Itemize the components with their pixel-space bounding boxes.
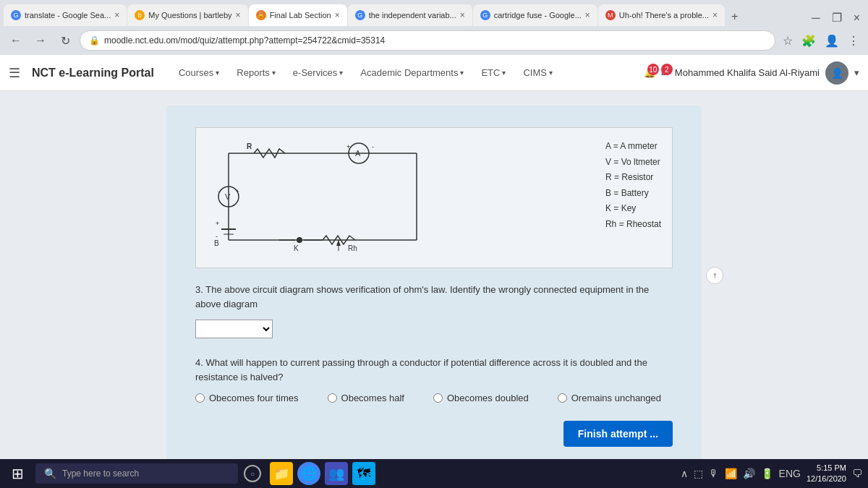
option-four-times[interactable]: Obecomes four times (195, 393, 299, 403)
taskbar-apps: 📁 🌐 👥 🗺 (270, 462, 375, 485)
cims-dropdown-icon: ▾ (549, 69, 553, 77)
menu-icon[interactable]: ⋮ (845, 31, 862, 51)
window-controls: ─ ❐ × (807, 9, 864, 26)
nav-courses[interactable]: Courses ▾ (171, 63, 226, 82)
taskbar-app-teams[interactable]: 👥 (325, 462, 348, 485)
taskbar-search-icon: 🔍 (44, 468, 56, 479)
legend-V: V = Vo ltmeter (605, 155, 661, 171)
tab-independent[interactable]: G the independent variab... × (348, 4, 472, 26)
radio-four-times[interactable] (195, 393, 205, 403)
tab-final-lab[interactable]: 🔒 Final Lab Section × (249, 4, 347, 26)
svg-text:+: + (216, 220, 219, 227)
taskbar-datetime[interactable]: 5:15 PM 12/16/2020 (807, 463, 846, 485)
tray-expand-icon[interactable]: ∧ (681, 468, 688, 479)
nav-cims[interactable]: CIMS ▾ (516, 63, 560, 82)
nav-reports[interactable]: Reports ▾ (229, 63, 283, 82)
system-tray-icons: ∧ ⬚ 🎙 📶 🔊 🔋 ENG (681, 468, 801, 479)
svg-text:+: + (236, 188, 239, 194)
taskbar-date-display: 12/16/2020 (807, 474, 846, 484)
radio-unchanged[interactable] (558, 393, 567, 403)
tab-title: My Questions | bartleby (148, 11, 231, 20)
extensions-icon[interactable]: 🧩 (799, 31, 819, 51)
taskbar-time-display: 5:15 PM (807, 463, 846, 474)
notification-bell[interactable]: 🔔 10 (644, 67, 655, 78)
scroll-up-button[interactable]: ↑ (706, 267, 723, 284)
hamburger-menu-icon[interactable]: ☰ (9, 65, 20, 81)
reload-button[interactable]: ↻ (55, 30, 75, 51)
option-half[interactable]: Obecomes half (328, 393, 404, 403)
tab-bartleby[interactable]: b My Questions | bartleby × (127, 4, 247, 26)
nav-right: 🔔 10 ✉ 2 Mohammed Khalifa Said Al-Riyami… (644, 61, 859, 85)
legend-A: A = A mmeter (605, 139, 661, 155)
user-name[interactable]: Mohammed Khalifa Said Al-Riyami (675, 67, 820, 78)
svg-text:R: R (247, 142, 252, 150)
svg-marker-24 (336, 240, 341, 246)
user-dropdown-icon[interactable]: ▾ (854, 67, 859, 78)
taskbar-app-files[interactable]: 📁 (270, 462, 293, 485)
tray-battery-icon[interactable]: 🔋 (761, 468, 773, 479)
option-doubled[interactable]: Obecomes doubled (433, 393, 529, 403)
cims-label: CIMS (523, 67, 547, 78)
minimize-icon[interactable]: ─ (807, 10, 824, 26)
tab-close-icon[interactable]: × (236, 10, 241, 20)
back-button[interactable]: ← (6, 30, 26, 51)
tab-favicon: 🔒 (256, 10, 266, 20)
etc-label: ETC (481, 67, 500, 78)
taskbar-search-bar[interactable]: 🔍 Type here to search (35, 463, 238, 484)
windows-taskbar: ⊞ 🔍 Type here to search ○ 📁 🌐 👥 🗺 ∧ ⬚ 🎙 … (0, 459, 868, 488)
cortana-button[interactable]: ○ (244, 465, 261, 482)
question-3-select[interactable]: A mmeter Voltmeter Resistor Rheostat (195, 320, 273, 338)
tab-favicon: M (605, 10, 616, 20)
tab-favicon: G (11, 10, 21, 20)
taskbar-app-chrome[interactable]: 🌐 (297, 462, 320, 485)
tab-close-icon[interactable]: × (585, 10, 590, 20)
svg-text:B: B (214, 239, 219, 247)
tray-language-icon[interactable]: ENG (779, 468, 801, 479)
start-button[interactable]: ⊞ (6, 462, 30, 485)
forward-button[interactable]: → (30, 30, 51, 51)
svg-text:-: - (372, 143, 374, 150)
option-doubled-label: Obecomes doubled (447, 393, 529, 403)
tray-mic-icon[interactable]: 🎙 (709, 468, 719, 479)
finish-attempt-button[interactable]: Finish attempt ... (563, 421, 673, 447)
tray-tablet-icon[interactable]: ⬚ (694, 468, 703, 479)
tab-title: the independent variab... (369, 11, 456, 20)
tab-title: cartridge fuse - Google... (494, 11, 582, 20)
academic-label: Academic Departments (360, 67, 458, 78)
tab-close-icon[interactable]: × (114, 10, 119, 20)
profile-icon[interactable]: 👤 (822, 31, 842, 51)
tray-volume-icon[interactable]: 🔊 (743, 468, 755, 479)
restore-icon[interactable]: ❐ (827, 9, 846, 26)
tab-close-icon[interactable]: × (712, 10, 718, 20)
radio-half[interactable] (328, 393, 337, 403)
tab-close-icon[interactable]: × (460, 10, 465, 20)
bookmark-icon[interactable]: ☆ (780, 31, 796, 51)
close-icon[interactable]: × (849, 10, 864, 26)
svg-text:Rh: Rh (348, 244, 357, 252)
tab-favicon: b (135, 10, 145, 20)
radio-doubled[interactable] (433, 393, 443, 403)
reports-label: Reports (237, 67, 270, 78)
tab-uhoh[interactable]: M Uh-oh! There's a proble... × (598, 4, 725, 26)
url-bar[interactable]: 🔒 moodle.nct.edu.om/mod/quiz/attempt.php… (80, 30, 775, 51)
tray-network-icon[interactable]: 📶 (725, 468, 737, 479)
nav-menu: Courses ▾ Reports ▾ e-Services ▾ Academi… (171, 63, 632, 82)
new-tab-button[interactable]: + (726, 7, 744, 26)
nav-academic[interactable]: Academic Departments ▾ (353, 63, 471, 82)
taskbar-search-placeholder: Type here to search (62, 468, 139, 479)
tab-close-icon[interactable]: × (335, 10, 340, 20)
notification-center-icon[interactable]: 🗨 (852, 468, 862, 479)
tab-cartridge[interactable]: G cartridge fuse - Google... × (473, 4, 597, 26)
option-unchanged[interactable]: Oremains unchanged (558, 393, 661, 403)
taskbar-app-map[interactable]: 🗺 (352, 462, 375, 485)
nav-etc[interactable]: ETC ▾ (474, 63, 513, 82)
svg-text:V: V (225, 192, 231, 201)
etc-dropdown-icon: ▾ (502, 69, 506, 77)
option-four-times-label: Obecomes four times (209, 393, 299, 403)
user-avatar[interactable]: 👤 (825, 61, 848, 85)
circuit-legend: A = A mmeter V = Vo ltmeter R = Resistor… (605, 139, 661, 257)
nav-eservices[interactable]: e-Services ▾ (286, 63, 350, 82)
address-actions: ☆ 🧩 👤 ⋮ (780, 31, 862, 51)
tab-translate[interactable]: G translate - Google Sea... × (4, 4, 127, 26)
messages-icon[interactable]: ✉ 2 (661, 67, 669, 78)
